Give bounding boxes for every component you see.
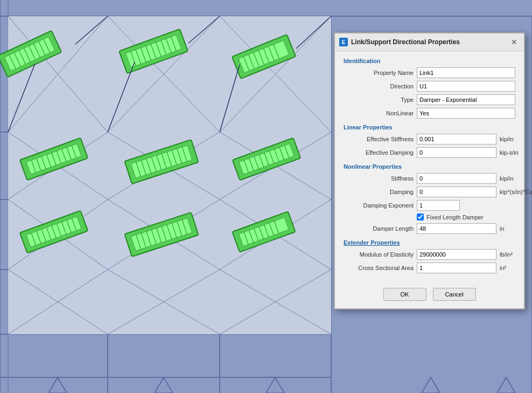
effective-stiffness-label: Effective Stiffness <box>344 136 414 142</box>
direction-value: U1 <box>417 81 515 92</box>
nonlinear-row: NonLinear Yes <box>344 108 515 119</box>
nonlinear-value: Yes <box>417 108 515 119</box>
effective-damping-label: Effective Damping <box>344 149 414 156</box>
damping-unit: kip*(s/in)^Cexp <box>500 189 532 195</box>
damping-exponent-label: Damping Exponent <box>344 202 414 209</box>
dialog-link-support-properties: E Link/Support Directional Properties ✕ … <box>334 32 525 309</box>
modulus-row: Modulus of Elasticity lb/in² <box>344 249 515 260</box>
cross-section-unit: in² <box>500 265 532 271</box>
modulus-input[interactable] <box>417 249 496 260</box>
damping-input[interactable] <box>417 187 496 197</box>
fixed-length-label: Fixed Length Damper <box>426 214 484 220</box>
fixed-length-checkbox[interactable] <box>417 213 424 220</box>
damper-length-unit: in <box>500 225 532 232</box>
app-icon: E <box>339 38 348 46</box>
direction-row: Direction U1 <box>344 81 515 92</box>
identification-header: Identification <box>344 58 515 64</box>
cross-section-label: Cross Sectional Area <box>344 265 414 271</box>
dialog-titlebar: E Link/Support Directional Properties ✕ <box>335 33 524 51</box>
linear-header: Linear Properties <box>344 124 515 130</box>
modulus-label: Modulus of Elasticity <box>344 251 414 258</box>
damping-exponent-input[interactable] <box>417 200 460 211</box>
property-name-label: Property Name <box>344 70 414 76</box>
cross-section-row: Cross Sectional Area in² <box>344 263 515 273</box>
fixed-length-row: Fixed Length Damper <box>344 213 515 220</box>
close-button[interactable]: ✕ <box>509 37 520 47</box>
property-name-row: Property Name <box>344 67 515 78</box>
stiffness-input[interactable] <box>417 173 496 184</box>
damping-label: Damping <box>344 189 414 195</box>
damper-length-input[interactable] <box>417 223 496 234</box>
effective-stiffness-unit: kip/in <box>500 136 532 142</box>
nonlinear-header: Nonlinear Properties <box>344 163 515 170</box>
modulus-unit: lb/in² <box>500 251 532 258</box>
effective-damping-unit: kip-s/in <box>500 149 532 156</box>
effective-damping-input[interactable] <box>417 147 496 158</box>
stiffness-label: Stiffness <box>344 175 414 182</box>
effective-damping-row: Effective Damping kip-s/in <box>344 147 515 158</box>
damping-exponent-row: Damping Exponent <box>344 200 515 211</box>
dialog-body: Identification Property Name Direction U… <box>335 51 524 282</box>
damper-length-label: Damper Length <box>344 225 414 232</box>
extender-header: Extender Properties <box>344 239 515 246</box>
property-name-input[interactable] <box>417 67 515 78</box>
effective-stiffness-input[interactable] <box>417 134 496 144</box>
cancel-button[interactable]: Cancel <box>433 288 476 301</box>
dialog-footer: OK Cancel <box>335 282 524 308</box>
effective-stiffness-row: Effective Stiffness kip/in <box>344 134 515 144</box>
cross-section-input[interactable] <box>417 263 496 273</box>
type-row: Type Damper - Exponential <box>344 94 515 105</box>
damper-length-row: Damper Length in <box>344 223 515 234</box>
stiffness-row: Stiffness kip/in <box>344 173 515 184</box>
nonlinear-label: NonLinear <box>344 110 414 116</box>
type-value: Damper - Exponential <box>417 94 515 105</box>
direction-label: Direction <box>344 83 414 89</box>
ok-button[interactable]: OK <box>383 288 426 301</box>
type-label: Type <box>344 96 414 103</box>
stiffness-unit: kip/in <box>500 175 532 182</box>
dialog-title: Link/Support Directional Properties <box>351 38 506 46</box>
damping-row: Damping kip*(s/in)^Cexp <box>344 187 515 197</box>
